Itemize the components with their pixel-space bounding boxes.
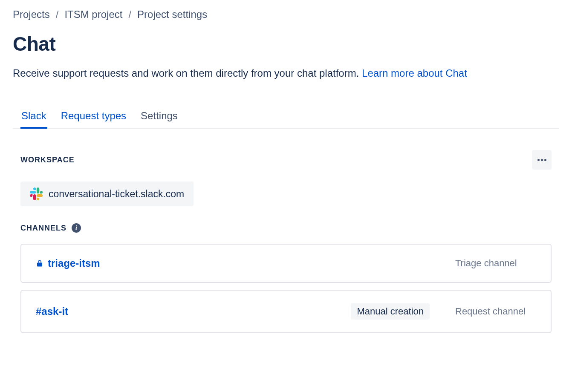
tab-settings[interactable]: Settings [140, 107, 179, 129]
channel-right: Manual creation Request channel [351, 303, 536, 320]
channel-name: triage-itsm [48, 257, 100, 269]
channels-section-label: CHANNELS [20, 224, 66, 233]
breadcrumb-projects[interactable]: Projects [13, 9, 50, 20]
workspace-section-label: WORKSPACE [20, 156, 75, 164]
tabs-container: Slack Request types Settings [13, 107, 559, 129]
channels-header: CHANNELS i [13, 223, 559, 233]
info-icon[interactable]: i [72, 223, 81, 233]
workspace-chip[interactable]: conversational-ticket.slack.com [20, 182, 194, 206]
tab-request-types[interactable]: Request types [60, 107, 127, 129]
lock-icon [36, 259, 43, 267]
breadcrumb-separator: / [128, 9, 131, 20]
tab-slack[interactable]: Slack [20, 107, 47, 129]
breadcrumb: Projects / ITSM project / Project settin… [13, 9, 559, 20]
more-actions-button[interactable] [532, 150, 552, 170]
channel-name: #ask-it [36, 306, 68, 317]
page-description: Receive support requests and work on the… [13, 66, 541, 81]
channel-list: triage-itsm Triage channel #ask-it Manua… [13, 244, 559, 333]
breadcrumb-separator: / [56, 9, 59, 20]
slack-icon [30, 187, 43, 200]
more-icon [537, 159, 546, 161]
page-title: Chat [13, 32, 559, 55]
workspace-url: conversational-ticket.slack.com [49, 188, 184, 200]
breadcrumb-itsm-project[interactable]: ITSM project [64, 9, 122, 20]
manual-creation-badge: Manual creation [351, 303, 430, 320]
channel-right: Triage channel [455, 258, 536, 269]
channel-card-triage[interactable]: triage-itsm Triage channel [20, 244, 552, 283]
channel-card-ask-it[interactable]: #ask-it Manual creation Request channel [20, 290, 552, 333]
channel-left: #ask-it [36, 306, 68, 317]
description-text: Receive support requests and work on the… [13, 67, 362, 79]
channel-type-label: Request channel [455, 306, 536, 317]
learn-more-link[interactable]: Learn more about Chat [362, 67, 467, 79]
breadcrumb-project-settings[interactable]: Project settings [137, 9, 207, 20]
channel-left: triage-itsm [36, 257, 100, 269]
workspace-header-row: WORKSPACE [13, 150, 559, 170]
channel-type-label: Triage channel [455, 258, 536, 269]
